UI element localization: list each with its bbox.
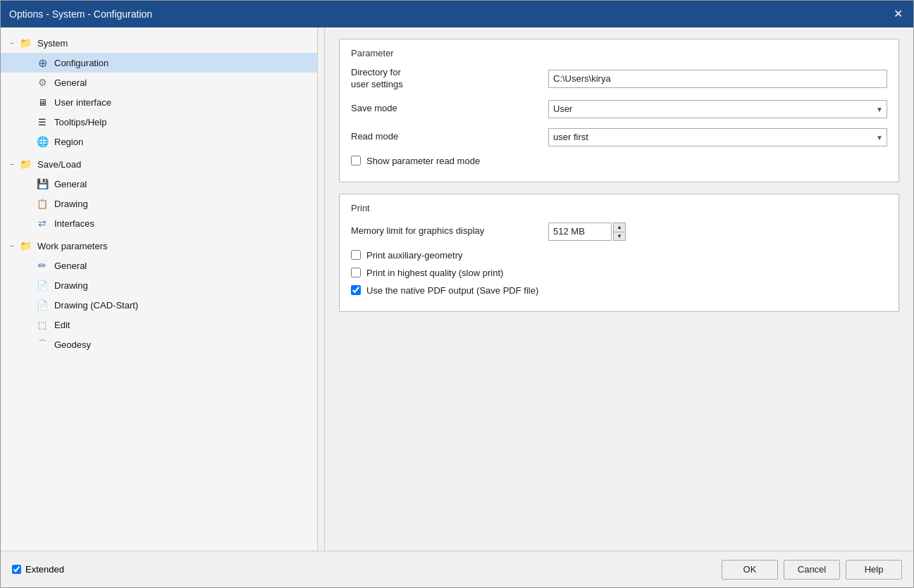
save-mode-row: Save mode User Global Custom ▼ xyxy=(351,99,887,119)
ok-button[interactable]: OK xyxy=(722,560,778,580)
sidebar-item-wp-general[interactable]: ✏ General xyxy=(1,256,317,275)
wp-drawing-icon: 📄 xyxy=(35,277,50,293)
print-panel: Print Memory limit for graphics display … xyxy=(339,194,899,312)
save-mode-select[interactable]: User Global Custom xyxy=(548,100,887,118)
sidebar-item-wp-general-label: General xyxy=(54,261,87,271)
sidebar-item-drawing[interactable]: 📋 Drawing xyxy=(1,194,317,213)
print-panel-title: Print xyxy=(351,203,887,213)
print-quality-label[interactable]: Print in highest quality (slow print) xyxy=(366,268,503,278)
sidebar-item-geodesy[interactable]: ⌒ Geodesy xyxy=(1,334,317,354)
help-button[interactable]: Help xyxy=(846,560,902,580)
content-spacer xyxy=(339,323,899,539)
sidebar-item-user-interface-label: User interface xyxy=(54,97,111,108)
show-param-row: Show parameter read mode xyxy=(351,156,887,166)
spinbox-down-button[interactable]: ▼ xyxy=(613,232,626,241)
sidebar-divider xyxy=(318,27,325,551)
main-window: Options - System - Configuration ✕ − 📁 S… xyxy=(0,0,914,588)
print-aux-label[interactable]: Print auxiliary-geometry xyxy=(366,250,463,261)
memory-limit-input[interactable] xyxy=(548,223,612,241)
bottom-left: Extended xyxy=(12,564,716,575)
geodesy-icon: ⌒ xyxy=(35,337,50,352)
interfaces-icon: ⇄ xyxy=(35,215,50,231)
print-aux-checkbox[interactable] xyxy=(351,250,361,260)
native-pdf-label[interactable]: Use the native PDF output (Save PDF file… xyxy=(366,285,538,296)
parameter-panel-title: Parameter xyxy=(351,48,887,58)
sidebar-group-system[interactable]: − 📁 System xyxy=(1,33,317,53)
close-button[interactable]: ✕ xyxy=(891,7,905,21)
show-param-checkbox[interactable] xyxy=(351,156,361,165)
spinbox-buttons: ▲ ▼ xyxy=(613,223,626,241)
main-content: Parameter Directory foruser settings Sav… xyxy=(325,27,913,551)
sidebar-item-saveload-general-label: General xyxy=(54,179,87,189)
sidebar-item-user-interface[interactable]: 🖥 User interface xyxy=(1,92,317,112)
configuration-icon: ⊕ xyxy=(35,55,50,70)
directory-row: Directory foruser settings xyxy=(351,67,887,91)
sidebar-item-saveload-general[interactable]: 💾 General xyxy=(1,174,317,194)
sidebar-group-workparams[interactable]: − 📁 Work parameters xyxy=(1,236,317,256)
extended-label[interactable]: Extended xyxy=(25,564,64,575)
wp-general-icon: ✏ xyxy=(35,258,50,273)
toggle-user-interface xyxy=(23,96,35,108)
window-body: − 📁 System ⊕ Configuration ⚙ General 🖥 U… xyxy=(1,27,913,551)
sidebar-item-edit-label: Edit xyxy=(54,320,70,330)
sidebar-item-tooltips-label: Tooltips/Help xyxy=(54,117,106,127)
extended-checkbox[interactable] xyxy=(12,565,21,574)
memory-limit-row: Memory limit for graphics display ▲ ▼ xyxy=(351,222,887,242)
toggle-workparams[interactable]: − xyxy=(6,240,18,251)
sidebar-item-configuration-label: Configuration xyxy=(54,58,109,68)
toggle-system[interactable]: − xyxy=(6,37,18,49)
memory-limit-spinbox: ▲ ▼ xyxy=(548,223,626,241)
save-mode-select-wrapper: User Global Custom ▼ xyxy=(548,100,887,118)
sidebar-group-saveload-label: Save/Load xyxy=(37,159,81,170)
directory-input[interactable] xyxy=(548,70,887,88)
toggle-saveload[interactable]: − xyxy=(6,158,18,170)
folder-icon-system: 📁 xyxy=(18,35,33,51)
sidebar-item-wp-drawing-cad[interactable]: 📄 Drawing (CAD-Start) xyxy=(1,295,317,315)
read-mode-select[interactable]: user first global first user only xyxy=(548,128,887,146)
wp-drawing-cad-icon: 📄 xyxy=(35,297,50,313)
tooltips-icon: ☰ xyxy=(35,114,50,130)
sidebar-group-saveload[interactable]: − 📁 Save/Load xyxy=(1,154,317,174)
read-mode-row: Read mode user first global first user o… xyxy=(351,127,887,147)
toggle-tooltips xyxy=(23,116,35,127)
print-aux-row: Print auxiliary-geometry xyxy=(351,250,887,261)
sidebar-item-interfaces-label: Interfaces xyxy=(54,218,94,229)
toggle-geodesy xyxy=(23,339,35,350)
read-mode-label: Read mode xyxy=(351,131,548,143)
window-title: Options - System - Configuration xyxy=(9,8,152,20)
sidebar-group-system-label: System xyxy=(37,38,68,49)
sidebar-item-wp-drawing[interactable]: 📄 Drawing xyxy=(1,275,317,295)
toggle-wp-drawing-cad xyxy=(23,299,35,311)
sidebar-item-geodesy-label: Geodesy xyxy=(54,339,91,350)
toggle-edit xyxy=(23,319,35,330)
parameter-panel: Parameter Directory foruser settings Sav… xyxy=(339,39,899,182)
print-quality-checkbox[interactable] xyxy=(351,268,361,277)
toggle-wp-drawing xyxy=(23,280,35,291)
user-interface-icon: 🖥 xyxy=(35,94,50,110)
sidebar-item-tooltips-help[interactable]: ☰ Tooltips/Help xyxy=(1,112,317,132)
read-mode-select-wrapper: user first global first user only ▼ xyxy=(548,128,887,146)
show-param-label[interactable]: Show parameter read mode xyxy=(366,156,480,166)
sidebar-item-region-label: Region xyxy=(54,137,83,147)
directory-label-text: Directory foruser settings xyxy=(351,67,403,89)
drawing-icon: 📋 xyxy=(35,196,50,211)
spinbox-up-button[interactable]: ▲ xyxy=(613,223,626,232)
toggle-configuration xyxy=(23,57,35,68)
sidebar-item-interfaces[interactable]: ⇄ Interfaces xyxy=(1,213,317,233)
sidebar-item-general-label: General xyxy=(54,77,87,88)
toggle-region xyxy=(23,136,35,147)
cancel-button[interactable]: Cancel xyxy=(784,560,840,580)
native-pdf-checkbox[interactable] xyxy=(351,285,361,295)
directory-label: Directory foruser settings xyxy=(351,67,548,91)
bottom-bar: Extended OK Cancel Help xyxy=(1,551,913,587)
sidebar-item-wp-drawing-cad-label: Drawing (CAD-Start) xyxy=(54,300,138,311)
sidebar-item-configuration[interactable]: ⊕ Configuration xyxy=(1,53,317,73)
folder-icon-saveload: 📁 xyxy=(18,156,33,172)
sidebar-item-edit[interactable]: ⬚ Edit xyxy=(1,315,317,334)
sidebar-item-region[interactable]: 🌐 Region xyxy=(1,132,317,151)
toggle-interfaces xyxy=(23,218,35,229)
toggle-sl-general xyxy=(23,178,35,189)
general-icon: ⚙ xyxy=(35,75,50,90)
sidebar-item-wp-drawing-label: Drawing xyxy=(54,280,88,291)
sidebar-item-general[interactable]: ⚙ General xyxy=(1,73,317,92)
